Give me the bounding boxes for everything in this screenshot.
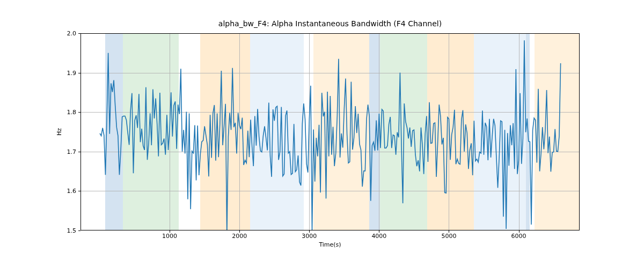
x-tick-label: 6000 [511,233,526,240]
plot-area [80,33,580,230]
axes [80,33,580,230]
x-tick-label: 1000 [162,233,177,240]
axis-spine-right [579,33,580,230]
x-tick-label: 4000 [371,233,386,240]
y-tick-label: 1.7 [67,148,77,155]
x-tick-mark [239,230,240,233]
y-axis-label: Hz [56,128,63,136]
x-tick-label: 3000 [302,233,317,240]
y-tick-label: 1.5 [67,227,77,234]
line-series [80,33,580,230]
axis-spine-left [80,33,81,230]
y-tick-label: 2.0 [67,30,77,37]
x-tick-label: 2000 [232,233,247,240]
x-tick-mark [379,230,379,233]
y-tick-label: 1.6 [67,188,77,195]
x-tick-mark [519,230,519,233]
x-axis-label: Time(s) [80,241,580,248]
x-tick-mark [309,230,310,233]
x-tick-mark [170,230,170,233]
chart-title: alpha_bw_F4: Alpha Instantaneous Bandwid… [80,19,580,28]
x-tick-mark [449,230,449,233]
figure: alpha_bw_F4: Alpha Instantaneous Bandwid… [0,0,644,268]
series-line [100,40,561,230]
axis-spine-bottom [80,230,580,230]
y-tick-label: 1.9 [67,69,77,76]
y-tick-mark [78,230,80,231]
axis-spine-top [80,33,580,34]
x-tick-label: 5000 [441,233,456,240]
y-tick-label: 1.8 [67,109,77,116]
